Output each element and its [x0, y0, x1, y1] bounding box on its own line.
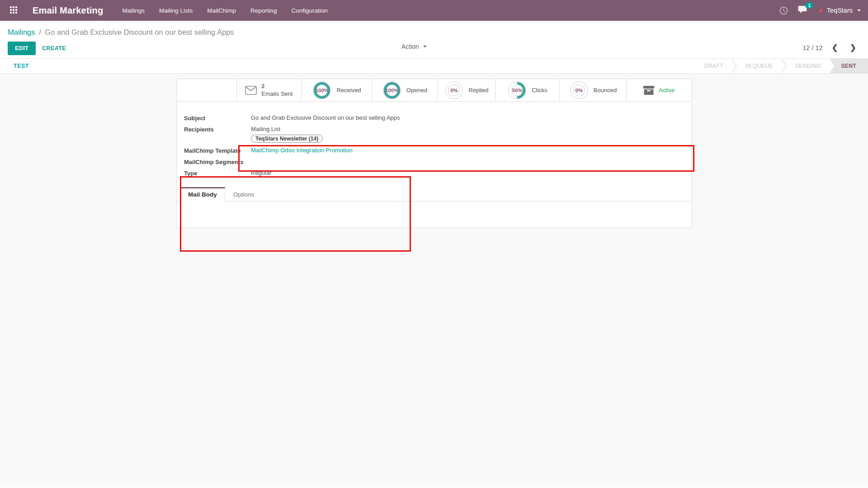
field-recipients: Recipients Mailing List TeqStars Newslet… — [184, 126, 691, 143]
top-menu: Mailings Mailing Lists MailChimp Reporti… — [121, 5, 328, 16]
subject-label: Subject — [184, 114, 251, 122]
emails-sent-value: 2 — [261, 83, 292, 90]
envelope-icon — [245, 86, 257, 95]
mailchimp-template-link[interactable]: MailChimp Odoo Integration Promotion — [251, 147, 353, 154]
activities-clock-icon[interactable] — [779, 6, 788, 15]
breadcrumb-mailings-link[interactable]: Mailings — [8, 28, 35, 36]
clicks-button[interactable]: 50% Clicks — [495, 79, 559, 101]
active-archive-button[interactable]: Active — [626, 79, 691, 101]
status-bar: TEST DRAFT IN QUEUE SENDING SENT — [0, 59, 868, 74]
test-button[interactable]: TEST — [14, 63, 29, 69]
received-label: Received — [336, 87, 361, 94]
form-sheet: 2 Emails Sent 100% Received — [176, 79, 692, 228]
stage-arrow-icon — [781, 59, 787, 73]
action-dropdown[interactable]: Action — [401, 43, 427, 50]
stat-button-box: 2 Emails Sent 100% Received — [177, 79, 691, 102]
tab-mail-body[interactable]: Mail Body — [180, 187, 225, 202]
mail-body-pane — [177, 202, 691, 228]
received-button[interactable]: 100% Received — [301, 79, 372, 101]
clicks-gauge: 50% — [507, 80, 527, 100]
user-avatar: ★ — [818, 7, 824, 14]
archive-box-icon — [643, 86, 654, 95]
control-panel: Mailings / Go and Grab Exclusive Discoun… — [0, 21, 868, 59]
stage-arrow-icon — [731, 59, 737, 73]
message-count-badge: 1 — [805, 2, 813, 9]
menu-reporting[interactable]: Reporting — [250, 5, 278, 16]
mailchimp-template-label: MailChimp Template — [184, 147, 251, 154]
menu-configuration[interactable]: Configuration — [291, 5, 329, 16]
stage-draft[interactable]: DRAFT — [696, 59, 731, 73]
menu-mailing-lists[interactable]: Mailing Lists — [158, 5, 193, 16]
messages-icon[interactable]: 1 — [798, 5, 808, 15]
apps-grid-icon[interactable] — [10, 6, 18, 14]
pager-next-button[interactable]: ❯ — [847, 42, 859, 53]
menu-mailchimp[interactable]: MailChimp — [206, 5, 237, 16]
field-mailchimp-template: MailChimp Template MailChimp Odoo Integr… — [184, 147, 691, 154]
opened-label: Opened — [406, 87, 427, 94]
breadcrumb-current: Go and Grab Exclusive Discount on our be… — [45, 28, 234, 36]
replied-gauge: 0% — [444, 80, 464, 100]
opened-gauge: 100% — [382, 80, 402, 100]
received-gauge: 100% — [312, 80, 332, 100]
opened-button[interactable]: 100% Opened — [372, 79, 437, 101]
stage-pipeline: DRAFT IN QUEUE SENDING SENT — [696, 59, 868, 73]
replied-label: Replied — [468, 87, 488, 94]
chevron-down-icon — [857, 9, 861, 11]
recipients-value: Mailing List — [251, 126, 323, 132]
stage-in-queue[interactable]: IN QUEUE — [737, 59, 781, 73]
recipients-label: Recipients — [184, 126, 251, 143]
user-menu[interactable]: ★ TeqStars — [818, 7, 861, 14]
form-fields: Subject Go and Grab Exclusive Discount o… — [177, 102, 691, 177]
create-button[interactable]: CREATE — [42, 45, 66, 52]
bounced-label: Bounced — [594, 87, 617, 94]
notebook-tabs: Mail Body Options — [177, 187, 691, 202]
chevron-down-icon — [423, 46, 427, 47]
subject-value: Go and Grab Exclusive Discount on our be… — [251, 114, 400, 122]
bounced-button[interactable]: 0% Bounced — [559, 79, 626, 101]
edit-button[interactable]: EDIT — [8, 42, 36, 55]
field-type: Type Regular — [184, 169, 691, 177]
bounced-gauge: 0% — [569, 80, 589, 100]
stage-sent[interactable]: SENT — [829, 59, 868, 73]
recipients-mailing-list-tag[interactable]: TeqStars Newsletter (14) — [251, 135, 323, 143]
pager-previous-button[interactable]: ❮ — [829, 42, 841, 53]
field-subject: Subject Go and Grab Exclusive Discount o… — [184, 114, 691, 122]
emails-sent-label: Emails Sent — [261, 90, 292, 98]
pager-count: 12 / 12 — [802, 44, 822, 52]
replied-button[interactable]: 0% Replied — [437, 79, 495, 101]
content-area: 2 Emails Sent 100% Received — [0, 74, 868, 484]
top-navbar: Email Marketing Mailings Mailing Lists M… — [0, 0, 868, 21]
tab-options[interactable]: Options — [225, 187, 263, 202]
breadcrumb: Mailings / Go and Grab Exclusive Discoun… — [0, 21, 868, 38]
emails-sent-button[interactable]: 2 Emails Sent — [236, 79, 301, 101]
menu-mailings[interactable]: Mailings — [121, 5, 146, 16]
stage-sending[interactable]: SENDING — [787, 59, 829, 73]
mailchimp-segments-label: MailChimp Segments — [184, 158, 251, 165]
app-title[interactable]: Email Marketing — [33, 5, 103, 16]
type-value: Regular — [251, 169, 272, 177]
active-label: Active — [659, 87, 675, 94]
clicks-label: Clicks — [532, 87, 547, 94]
breadcrumb-separator: / — [39, 28, 41, 36]
user-name: TeqStars — [827, 7, 853, 14]
type-label: Type — [184, 169, 251, 177]
field-mailchimp-segments: MailChimp Segments — [184, 158, 691, 165]
